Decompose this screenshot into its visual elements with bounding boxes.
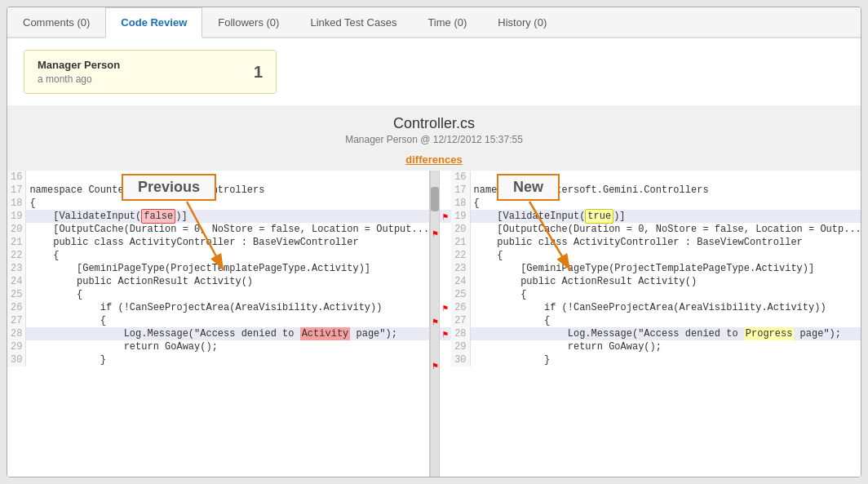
line-code: [ValidateInput(false)] [26,210,430,223]
line-flag [440,223,452,236]
line-code: } [26,353,430,366]
flag-icon: ⚑ [432,317,439,326]
review-count: 1 [254,63,263,82]
flag-icon: ⚑ [432,229,439,238]
diff-header: Controller.cs Manager Person @ 12/12/201… [7,105,861,150]
line-num: 22 [7,249,26,262]
diff-filename: Controller.cs [7,115,861,132]
table-row: 20 [OutputCache(Duration = 0, NoStore = … [7,223,430,236]
table-row: 27 { [7,314,430,327]
line-code: [GeminiPageType(ProjectTemplatePageType.… [470,262,861,275]
flag-icon: ⚑ [432,362,439,371]
table-row: ⚑ 19 [ValidateInput(true)] [440,210,861,223]
review-author-time: a month ago [38,73,120,85]
line-num: 22 [451,249,470,262]
tabs-bar: Comments (0) Code Review Followers (0) L… [7,7,861,38]
line-num: 29 [7,340,26,353]
line-code: public class ActivityController : BaseVi… [470,236,861,249]
highlight-false: false [141,209,175,224]
line-code: public class ActivityController : BaseVi… [26,236,430,249]
line-flag [440,236,452,249]
table-row: 18 { [7,197,430,210]
line-code: return GoAway(); [470,340,861,353]
main-container: Comments (0) Code Review Followers (0) L… [7,7,861,477]
diff-panel-left[interactable]: 16 17 namespace Countersoft.Gemini.Contr… [7,171,430,477]
table-row: ⚑ 28 Log.Message("Access denied to Progr… [440,327,861,340]
line-num: 26 [7,301,26,314]
table-row: 25 { [7,288,430,301]
line-code: namespace Countersoft.Gemini.Controllers [26,184,430,197]
flag-icon: ⚑ [440,210,452,223]
line-code: { [26,288,430,301]
line-code: { [26,197,430,210]
tab-followers[interactable]: Followers (0) [202,7,294,37]
flag-icon: ⚑ [440,327,452,340]
line-num: 20 [7,223,26,236]
tab-time[interactable]: Time (0) [412,7,482,37]
line-code: { [470,249,861,262]
line-num: 16 [451,171,470,184]
table-row: 21 public class ActivityController : Bas… [440,236,861,249]
line-num: 27 [451,314,470,327]
line-num: 30 [7,353,26,366]
diff-link-row: differences [7,153,861,166]
line-flag [440,275,452,288]
line-code: { [470,288,861,301]
line-flag [440,288,452,301]
scrollbar-thumb[interactable] [431,187,439,211]
line-num: 21 [7,236,26,249]
line-num: 19 [7,210,26,223]
table-row: 29 return GoAway(); [7,340,430,353]
line-flag [440,262,452,275]
table-row: 25 { [440,288,861,301]
diff-scrollbar[interactable]: ⚑ ⚑ ⚑ [430,171,440,477]
table-row: 30 } [440,353,861,366]
table-row: 28 Log.Message("Access denied to Activit… [7,327,430,340]
line-code: if (!CanSeeProjectArea(AreaVisibility.Ac… [470,301,861,314]
table-row: 23 [GeminiPageType(ProjectTemplatePageTy… [440,262,861,275]
line-code: [OutputCache(Duration = 0, NoStore = fal… [26,223,430,236]
line-code: } [470,353,861,366]
line-num: 23 [451,262,470,275]
line-num: 17 [451,184,470,197]
table-row: 19 [ValidateInput(false)] [7,210,430,223]
line-num: 28 [451,327,470,340]
line-code: Log.Message("Access denied to Activity p… [26,327,430,340]
table-row: 24 public ActionResult Activity() [440,275,861,288]
line-flag [440,340,452,353]
line-num: 19 [451,210,470,223]
table-row: 26 if (!CanSeeProjectArea(AreaVisibility… [7,301,430,314]
table-row: 22 { [7,249,430,262]
tab-code-review[interactable]: Code Review [105,7,202,38]
line-num: 29 [451,340,470,353]
line-num: 18 [451,197,470,210]
line-num: 27 [7,314,26,327]
diff-panels-wrapper: Previous New [7,171,861,477]
table-row: 20 [OutputCache(Duration = 0, NoStore = … [440,223,861,236]
line-num: 21 [451,236,470,249]
tab-comments[interactable]: Comments (0) [7,7,105,37]
line-code: Log.Message("Access denied to Progress p… [470,327,861,340]
line-num: 16 [7,171,26,184]
table-row: 27 { [440,314,861,327]
line-code: return GoAway(); [26,340,430,353]
tab-history[interactable]: History (0) [482,7,562,37]
line-num: 25 [7,288,26,301]
line-num: 28 [7,327,26,340]
tab-linked-test-cases[interactable]: Linked Test Cases [294,7,412,37]
label-previous: Previous [122,174,216,201]
diff-panel-right[interactable]: 16 17 namespace Countersoft.Gemini.Contr… [440,171,861,477]
line-code: [ValidateInput(true)] [470,210,861,223]
diff-area: Controller.cs Manager Person @ 12/12/201… [7,105,861,477]
table-row: 24 public ActionResult Activity() [7,275,430,288]
line-flag [440,249,452,262]
line-flag [440,353,452,366]
highlight-true: true [585,209,613,224]
review-author-section: Manager Person a month ago 1 [7,38,861,105]
table-row: 22 { [440,249,861,262]
table-row: 21 public class ActivityController : Bas… [7,236,430,249]
table-row: 16 [7,171,430,184]
line-code: public ActionResult Activity() [470,275,861,288]
diff-link[interactable]: differences [405,153,462,166]
line-num: 24 [451,275,470,288]
